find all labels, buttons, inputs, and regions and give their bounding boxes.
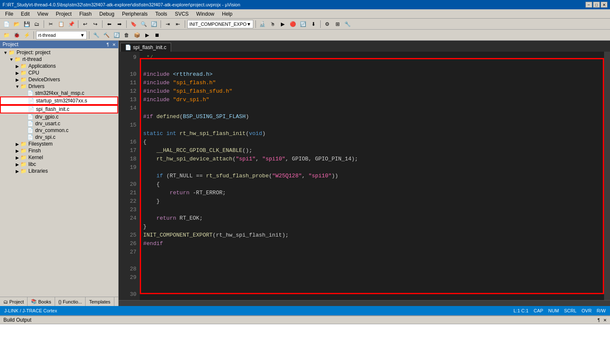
menu-item-svcs[interactable]: SVCS	[172, 10, 192, 18]
file-icon: 📄	[27, 127, 33, 133]
function-dropdown[interactable]: INIT_COMPONENT_EXPO ▼	[187, 20, 253, 28]
manage-btn[interactable]: 🔧	[92, 30, 101, 40]
stop-btn[interactable]: 🔴	[288, 19, 298, 29]
sidebar-item-drv-gpio[interactable]: 📄 drv_gpio.c	[0, 113, 118, 120]
tree-item-project-root[interactable]: ▼ 📁 Project: project	[0, 49, 118, 56]
sidebar-item-drivers[interactable]: ▼ 📁 Drivers	[0, 83, 118, 90]
sidebar-item-devicedrivers[interactable]: ▶ 📁 DeviceDrivers	[0, 76, 118, 83]
menu-item-debug[interactable]: Debug	[96, 10, 118, 18]
replace-btn[interactable]: 🔄	[149, 19, 158, 29]
folder-icon: 📁	[20, 77, 27, 83]
build-output: Build Output ¶ ✕	[0, 315, 610, 364]
rte-btn[interactable]: 📦	[132, 30, 141, 40]
menu-item-window[interactable]: Window	[193, 10, 218, 18]
run-btn[interactable]: ▶	[278, 19, 288, 29]
copy-btn[interactable]: 📋	[56, 19, 66, 29]
stop2-btn[interactable]: ⏹	[152, 30, 162, 40]
file-icon: 📄	[28, 98, 34, 104]
target-dropdown[interactable]: rt-thread ▼	[36, 31, 87, 39]
sidebar-item-finsh[interactable]: ▶ 📁 Finsh	[0, 147, 118, 154]
redo-btn[interactable]: ↪	[91, 19, 100, 29]
debug-btn[interactable]: 🐞	[12, 30, 21, 40]
open-btn[interactable]: 📂	[12, 19, 21, 29]
rebuild-btn[interactable]: 🔄	[112, 30, 121, 40]
config-btn[interactable]: ⚙	[323, 19, 332, 29]
sidebar-item-filesystem[interactable]: ▶ 📁 Filesystem	[0, 141, 118, 147]
close-button[interactable]: ✕	[601, 2, 607, 8]
new-file-btn[interactable]: 📄	[2, 19, 11, 29]
menu-item-flash[interactable]: Flash	[76, 10, 95, 18]
build-btn[interactable]: 🔨	[102, 30, 111, 40]
sidebar-pin-btn[interactable]: ¶	[107, 42, 109, 47]
paste-btn[interactable]: 📌	[67, 19, 76, 29]
tree-label-stm32f4xx-hal-msp: stm32f4xx_hal_msp.c	[35, 90, 84, 96]
inspect-btn[interactable]: 🔬	[258, 19, 267, 29]
project-btn[interactable]: 📁	[2, 30, 11, 40]
tree-label-drv-usart: drv_usart.c	[35, 121, 60, 127]
undo-btn[interactable]: ↩	[80, 19, 90, 29]
menu-item-tools[interactable]: Tools	[152, 10, 171, 18]
menu-item-project[interactable]: Project	[53, 10, 75, 18]
horizontal-scrollbar[interactable]	[119, 300, 610, 306]
sidebar-item-drv-common[interactable]: 📄 drv_common.c	[0, 127, 118, 134]
code-editor[interactable]: 9 10 11 12 13 14 15 16 17 18 19 20 21 22…	[119, 52, 610, 300]
download-btn[interactable]: ⬇	[309, 19, 318, 29]
sidebar-close-btn[interactable]: ✕	[112, 42, 116, 47]
tab-books[interactable]: 📚 Books	[28, 297, 55, 306]
sidebar-item-stm32f4xx-hal-msp[interactable]: 📄 stm32f4xx_hal_msp.c	[0, 90, 118, 97]
nav-fwd-btn[interactable]: ➡	[115, 19, 124, 29]
sidebar-item-kernel[interactable]: ▶ 📁 Kernel	[0, 154, 118, 161]
menu-bar: FileEditViewProjectFlashDebugPeripherals…	[0, 9, 610, 19]
bookmark-btn[interactable]: 🔖	[129, 19, 138, 29]
sidebar-item-libraries[interactable]: ▶ 📁 Libraries	[0, 168, 118, 174]
reset-btn[interactable]: 🔃	[299, 19, 308, 29]
cut-btn[interactable]: ✂	[46, 19, 55, 29]
minimize-button[interactable]: −	[585, 2, 592, 8]
build-pin-btn[interactable]: ¶	[598, 318, 600, 323]
tab-functions[interactable]: {} Functio...	[55, 297, 86, 306]
flash-btn[interactable]: ⚡	[22, 30, 31, 40]
folder-icon: 📁	[20, 70, 27, 76]
clean-btn[interactable]: 🗑	[122, 30, 131, 40]
indent-btn[interactable]: ⇥	[163, 19, 172, 29]
menu-item-file[interactable]: File	[2, 10, 17, 18]
menu-item-edit[interactable]: Edit	[17, 10, 33, 18]
tab-project[interactable]: 🗂 Project	[0, 297, 28, 306]
unindent-btn[interactable]: ⇤	[173, 19, 183, 29]
find-btn[interactable]: 🔍	[139, 19, 148, 29]
menu-item-view[interactable]: View	[34, 10, 52, 18]
menu-item-peripherals[interactable]: Peripherals	[119, 10, 151, 18]
vertical-scrollbar[interactable]	[604, 52, 610, 300]
cursor-btn[interactable]: 🖱	[268, 19, 277, 29]
build-close-btn[interactable]: ✕	[603, 318, 607, 323]
title-bar: F:\RT_Study\rt-thread-4.0.5\bsp\stm32\st…	[0, 0, 610, 9]
dbg2-btn[interactable]: ▶	[142, 30, 152, 40]
tools-btn[interactable]: 🔧	[343, 19, 352, 29]
sidebar-item-startup[interactable]: 📄 startup_stm32f407xx.s	[0, 97, 118, 105]
dropdown-arrow-icon: ▼	[247, 22, 251, 27]
sidebar-item-applications[interactable]: ▶ 📁 Applications	[0, 63, 118, 69]
maximize-button[interactable]: □	[593, 2, 600, 8]
sep-9	[33, 31, 34, 39]
sidebar-item-cpu[interactable]: ▶ 📁 CPU	[0, 69, 118, 76]
grid-btn[interactable]: ⊞	[333, 19, 342, 29]
code-tab-spi-flash-init[interactable]: 📄 spi_flash_init.c	[120, 43, 171, 52]
tab-templates[interactable]: Templates	[86, 297, 114, 306]
sidebar-item-drv-spi[interactable]: 📄 drv_spi.c	[0, 134, 118, 141]
expand-icon: ▶	[14, 71, 20, 75]
save-all-btn[interactable]: 🗂	[32, 19, 42, 29]
folder-icon: 📁	[8, 50, 15, 55]
functions-tab-label: {} Functio...	[58, 299, 82, 304]
tree-item-rt-thread[interactable]: ▼ 📁 rt-thread	[0, 56, 118, 63]
code-content[interactable]: */ #include <rtthread.h> #include "spi_f…	[140, 52, 604, 300]
menu-item-help[interactable]: Help	[219, 10, 236, 18]
sidebar-item-spi-flash-init[interactable]: 📄 spi_flash_init.c	[0, 105, 118, 113]
folder-icon: 📁	[20, 168, 27, 174]
tree-label-kernel: Kernel	[28, 154, 43, 160]
nav-back-btn[interactable]: ⬅	[105, 19, 114, 29]
project-tab-icon: 🗂	[3, 299, 8, 304]
sidebar-item-libc[interactable]: ▶ 📁 libc	[0, 161, 118, 168]
file-icon: 📄	[27, 90, 33, 96]
save-btn[interactable]: 💾	[22, 19, 31, 29]
sidebar-item-drv-usart[interactable]: 📄 drv_usart.c	[0, 120, 118, 127]
